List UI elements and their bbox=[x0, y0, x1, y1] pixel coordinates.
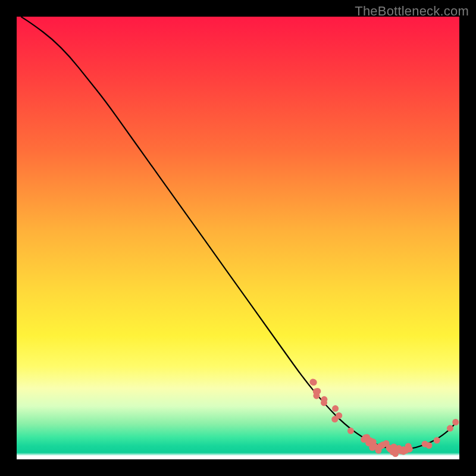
data-point bbox=[390, 449, 396, 455]
plot-area bbox=[17, 17, 459, 459]
data-point bbox=[331, 416, 338, 422]
data-point bbox=[375, 447, 382, 454]
bottleneck-curve bbox=[17, 17, 459, 459]
data-point bbox=[452, 419, 459, 425]
data-point bbox=[392, 450, 399, 457]
data-point bbox=[313, 389, 320, 395]
data-point bbox=[398, 448, 405, 455]
data-point bbox=[309, 379, 316, 386]
data-point bbox=[387, 446, 394, 453]
data-point bbox=[336, 412, 342, 419]
data-point bbox=[321, 399, 327, 406]
data-point bbox=[364, 434, 370, 441]
data-point bbox=[370, 439, 377, 445]
data-point bbox=[378, 443, 385, 449]
data-point bbox=[386, 444, 392, 451]
data-point bbox=[391, 444, 397, 450]
data-point bbox=[369, 444, 375, 451]
data-point bbox=[400, 446, 407, 453]
data-point bbox=[396, 445, 402, 452]
data-point bbox=[367, 437, 374, 444]
data-point bbox=[426, 442, 433, 449]
data-point bbox=[365, 440, 372, 446]
data-point bbox=[372, 443, 378, 450]
data-point bbox=[400, 448, 407, 455]
data-point bbox=[403, 447, 409, 453]
data-point bbox=[447, 425, 453, 431]
chart-frame: TheBottleneck.com bbox=[0, 0, 476, 476]
data-point bbox=[311, 379, 317, 386]
data-point bbox=[362, 434, 369, 441]
data-point bbox=[321, 396, 327, 403]
data-point bbox=[347, 428, 354, 434]
data-point bbox=[394, 447, 401, 453]
data-point bbox=[332, 405, 339, 412]
data-point bbox=[380, 441, 386, 448]
data-point bbox=[434, 437, 440, 444]
data-point bbox=[406, 446, 413, 452]
data-point bbox=[314, 388, 321, 394]
data-point bbox=[387, 446, 394, 452]
data-point bbox=[383, 440, 390, 447]
data-point bbox=[361, 436, 367, 443]
data-point bbox=[313, 393, 320, 399]
data-point bbox=[390, 444, 397, 450]
data-point bbox=[422, 441, 428, 447]
data-point bbox=[377, 443, 384, 450]
data-point bbox=[405, 443, 412, 450]
data-point bbox=[396, 446, 403, 453]
